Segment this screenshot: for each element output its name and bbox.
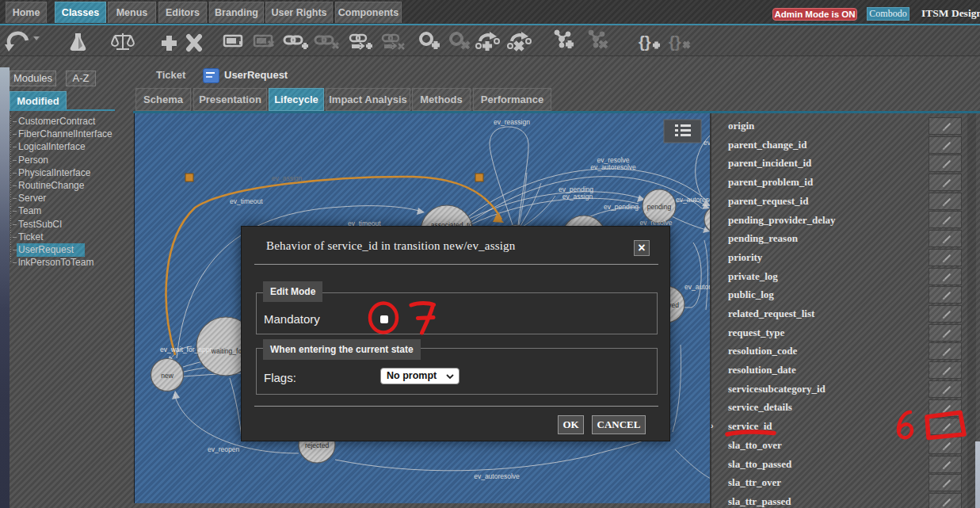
svg-text:ev_reassign: ev_reassign [494, 118, 530, 126]
svg-text:{}: {} [669, 33, 681, 51]
svg-text:ev_autoresolv: ev_autoresolv [676, 196, 711, 204]
svg-text:new: new [161, 372, 174, 380]
svg-text:ev_pending: ev_pending [604, 203, 639, 211]
svg-text:ev_autoresolve: ev_autoresolve [474, 472, 520, 480]
svg-text:ev_reopen: ev_reopen [208, 445, 239, 453]
svg-text:ev_timeout: ev_timeout [230, 197, 263, 205]
svg-text:ev_assign: ev_assign [562, 193, 593, 201]
svg-text:ev_autore: ev_autore [684, 283, 711, 291]
svg-text:waiting_fo: waiting_fo [211, 347, 242, 355]
svg-text:ev_assign: ev_assign [272, 174, 303, 182]
svg-text:ev_wait_for_appr: ev_wait_for_appr [160, 346, 212, 353]
svg-text:rejected: rejected [305, 441, 330, 449]
svg-text:{}: {} [639, 33, 651, 51]
svg-text:pending: pending [647, 203, 672, 211]
svg-text:ev_autoresolve: ev_autoresolve [590, 163, 636, 171]
